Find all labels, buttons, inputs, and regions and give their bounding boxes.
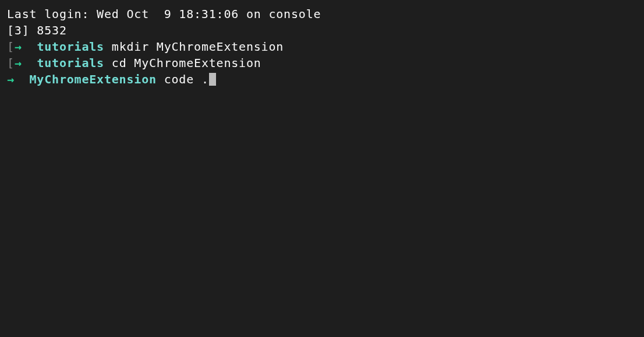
arrow-icon: →	[15, 40, 37, 54]
prompt-dir: tutorials	[37, 40, 104, 54]
bracket-open: [	[7, 56, 15, 70]
command-text: mkdir MyChromeExtension	[104, 40, 284, 54]
history-line: [→ tutorials cd MyChromeExtension	[7, 55, 637, 71]
current-line[interactable]: → MyChromeExtension code .	[7, 71, 637, 87]
bracket-open: [	[7, 40, 15, 54]
arrow-icon: →	[15, 56, 37, 70]
cursor-block	[209, 73, 216, 86]
command-input[interactable]: code .	[157, 72, 209, 86]
arrow-icon: →	[7, 72, 30, 86]
history-line: [→ tutorials mkdir MyChromeExtension	[7, 38, 637, 55]
prompt-dir: tutorials	[37, 56, 104, 70]
command-text: cd MyChromeExtension	[104, 56, 261, 70]
job-line: [3] 8532	[7, 22, 637, 38]
last-login-line: Last login: Wed Oct 9 18:31:06 on consol…	[7, 6, 637, 22]
prompt-dir: MyChromeExtension	[30, 72, 157, 86]
